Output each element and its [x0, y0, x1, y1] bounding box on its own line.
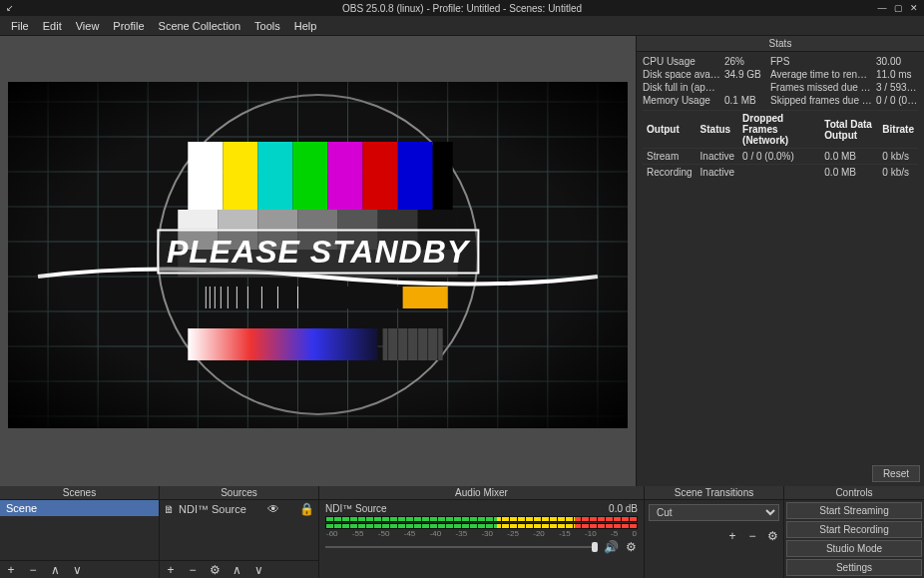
menu-edit[interactable]: Edit — [36, 18, 69, 34]
remove-source-button[interactable]: − — [186, 563, 200, 577]
vu-meter — [325, 516, 638, 522]
stats-td: Recording — [643, 165, 696, 181]
mixer-source-name: NDI™ Source — [325, 503, 387, 514]
stat-label: Average time to render frame — [770, 69, 872, 80]
stat-label: Disk full in (approx.) — [643, 82, 720, 93]
vu-tick: -5 — [611, 529, 618, 538]
menu-profile[interactable]: Profile — [106, 18, 151, 34]
source-label: NDI™ Source — [179, 503, 246, 515]
source-down-button[interactable]: ∨ — [251, 563, 265, 577]
vu-tick: -10 — [585, 529, 597, 538]
add-source-button[interactable]: + — [164, 563, 178, 577]
stat-value: 26% — [724, 56, 766, 67]
stat-value: 0.1 MB — [724, 95, 766, 106]
stats-td: Inactive — [696, 149, 738, 165]
stats-th: Dropped Frames (Network) — [738, 111, 820, 149]
menu-view[interactable]: View — [69, 18, 107, 34]
transitions-title: Scene Transitions — [645, 486, 783, 500]
maximize-button[interactable]: ▢ — [892, 2, 904, 14]
sources-panel: Sources 🗎 NDI™ Source 👁 🔒 + − ⚙ ∧ ∨ — [160, 486, 319, 578]
stats-td: 0.0 MB — [820, 149, 878, 165]
stats-output-table: Output Status Dropped Frames (Network) T… — [643, 110, 918, 180]
stat-label: Frames missed due to rendering lag — [770, 82, 872, 93]
preview-panel: PLEASE STANDBY — [0, 36, 637, 486]
stat-label: Memory Usage — [643, 95, 720, 106]
vu-scale: -60 -55 -50 -45 -40 -35 -30 -25 -20 -15 … — [325, 529, 638, 538]
transition-properties-button[interactable]: ⚙ — [765, 529, 779, 543]
scene-down-button[interactable]: ∨ — [70, 563, 84, 577]
menu-file[interactable]: File — [4, 18, 36, 34]
source-visibility-toggle[interactable]: 👁 — [266, 502, 280, 516]
standby-text: PLEASE STANDBY — [157, 230, 479, 275]
preview-canvas[interactable]: PLEASE STANDBY — [8, 82, 628, 428]
controls-title: Controls — [784, 486, 924, 500]
titlebar: ↙ OBS 25.0.8 (linux) - Profile: Untitled… — [0, 0, 924, 16]
source-item[interactable]: 🗎 NDI™ Source 👁 🔒 — [160, 500, 318, 518]
mixer-item: NDI™ Source 0.0 dB -60 -55 -50 -45 -40 -… — [319, 500, 644, 557]
vu-tick: -45 — [404, 529, 416, 538]
stat-value: 11.0 ms — [876, 69, 918, 80]
vu-tick: -25 — [507, 529, 519, 538]
remove-transition-button[interactable]: − — [745, 529, 759, 543]
window-title: OBS 25.0.8 (linux) - Profile: Untitled -… — [342, 3, 582, 14]
vu-tick: -60 — [326, 529, 338, 538]
audio-mixer-panel: Audio Mixer NDI™ Source 0.0 dB -60 -55 -… — [319, 486, 645, 578]
window-menu-icon[interactable]: ↙ — [4, 2, 16, 14]
stats-th: Bitrate — [878, 111, 918, 149]
mixer-settings-button[interactable]: ⚙ — [624, 540, 638, 554]
start-streaming-button[interactable]: Start Streaming — [786, 502, 922, 519]
stats-td: Inactive — [696, 165, 738, 181]
menu-help[interactable]: Help — [287, 18, 324, 34]
menu-tools[interactable]: Tools — [247, 18, 287, 34]
sources-title: Sources — [160, 486, 318, 500]
minimize-button[interactable]: — — [876, 2, 888, 14]
menu-scene-collection[interactable]: Scene Collection — [152, 18, 248, 34]
vu-tick: -20 — [533, 529, 545, 538]
reset-button[interactable]: Reset — [872, 465, 920, 482]
stat-label: FPS — [770, 56, 872, 67]
vu-tick: -50 — [378, 529, 390, 538]
controls-panel: Controls Start Streaming Start Recording… — [784, 486, 924, 578]
mixer-title: Audio Mixer — [319, 486, 644, 500]
vu-tick: 0 — [632, 529, 636, 538]
stats-td: Stream — [643, 149, 696, 165]
stats-title: Stats — [637, 36, 924, 52]
stat-value: 30.00 — [876, 56, 918, 67]
vu-tick: -55 — [352, 529, 364, 538]
table-row: Stream Inactive 0 / 0 (0.0%) 0.0 MB 0 kb… — [643, 149, 918, 165]
menubar: File Edit View Profile Scene Collection … — [0, 16, 924, 36]
mixer-db-value: 0.0 dB — [609, 503, 638, 514]
stat-label: Disk space available — [643, 69, 720, 80]
source-lock-toggle[interactable]: 🔒 — [300, 502, 314, 516]
vu-tick: -40 — [430, 529, 442, 538]
stats-td: 0 / 0 (0.0%) — [738, 149, 820, 165]
close-button[interactable]: ✕ — [908, 2, 920, 14]
stats-th: Output — [643, 111, 696, 149]
source-type-icon: 🗎 — [164, 503, 175, 515]
add-scene-button[interactable]: + — [4, 563, 18, 577]
vu-meter — [325, 523, 638, 529]
stats-td: 0 kb/s — [878, 149, 918, 165]
stat-value: 34.9 GB — [724, 69, 766, 80]
stats-th: Total Data Output — [820, 111, 878, 149]
mute-button[interactable]: 🔊 — [604, 540, 618, 554]
stats-td: 0.0 MB — [820, 165, 878, 181]
transition-select[interactable]: Cut — [649, 504, 779, 521]
stat-value: 0 / 0 (0.0%) — [876, 95, 918, 106]
scene-up-button[interactable]: ∧ — [48, 563, 62, 577]
volume-slider[interactable] — [325, 541, 598, 553]
source-properties-button[interactable]: ⚙ — [208, 563, 222, 577]
scene-item[interactable]: Scene — [0, 500, 159, 516]
stats-td: 0 kb/s — [878, 165, 918, 181]
studio-mode-button[interactable]: Studio Mode — [786, 540, 922, 557]
stat-label: Skipped frames due to encoding lag — [770, 95, 872, 106]
add-transition-button[interactable]: + — [725, 529, 739, 543]
scenes-title: Scenes — [0, 486, 159, 500]
settings-button[interactable]: Settings — [786, 559, 922, 576]
remove-scene-button[interactable]: − — [26, 563, 40, 577]
stat-label: CPU Usage — [643, 56, 720, 67]
stat-value — [724, 82, 766, 93]
source-up-button[interactable]: ∧ — [230, 563, 243, 577]
start-recording-button[interactable]: Start Recording — [786, 521, 922, 538]
stat-value: 3 / 593 (0.5%) — [876, 82, 918, 93]
